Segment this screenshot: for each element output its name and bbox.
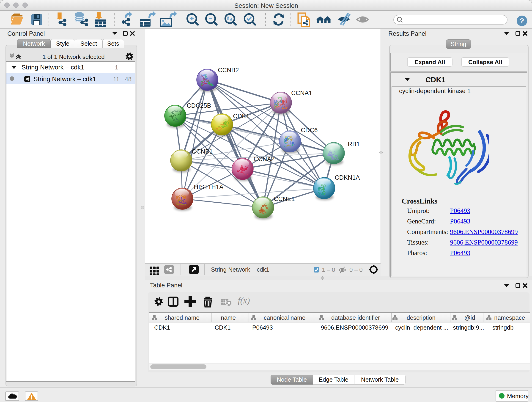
svg-text:CDK1: CDK1	[233, 113, 249, 120]
svg-text:CCNA1: CCNA1	[291, 89, 312, 96]
svg-text:CCNB1: CCNB1	[192, 148, 213, 155]
svg-text:CDC6: CDC6	[301, 127, 318, 134]
svg-text:RB1: RB1	[348, 141, 360, 148]
svg-text:CCNE1: CCNE1	[274, 196, 295, 202]
svg-text:CDC25B: CDC25B	[187, 102, 211, 109]
svg-text:CCNB2: CCNB2	[218, 67, 239, 74]
svg-text:CCNA2: CCNA2	[254, 156, 275, 162]
svg-text:HIST1H1A: HIST1H1A	[194, 184, 223, 191]
svg-text:CDKN1A: CDKN1A	[335, 174, 360, 181]
